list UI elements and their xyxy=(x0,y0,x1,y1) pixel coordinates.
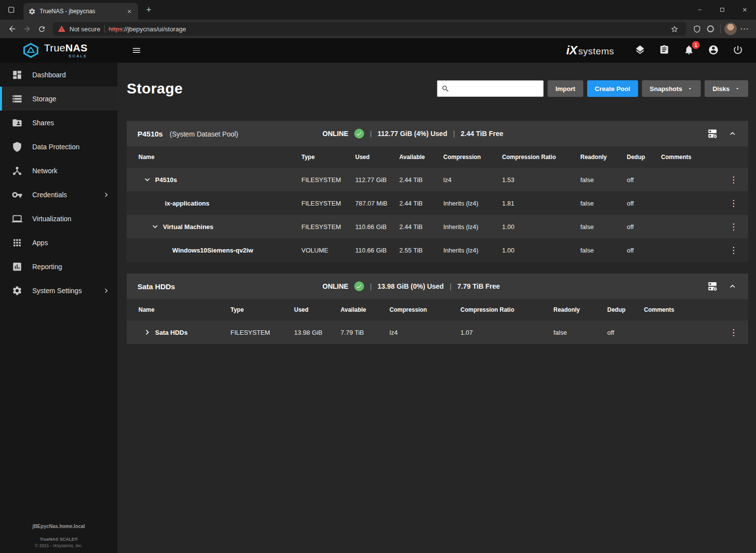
col-available: Available xyxy=(391,154,435,161)
sidebar-item-apps[interactable]: Apps xyxy=(0,230,117,254)
dataset-name: ix-applications xyxy=(165,200,209,207)
chevron-down-icon[interactable] xyxy=(141,174,153,185)
col-readonly: Readonly xyxy=(546,306,599,313)
snapshots-button[interactable]: Snapshots xyxy=(642,80,701,97)
dashboard-icon xyxy=(12,69,23,80)
pool-settings-icon[interactable] xyxy=(707,128,718,139)
dataset-ratio: 1.00 xyxy=(494,247,573,254)
browser-menu-icon[interactable]: ⋯ xyxy=(737,22,751,36)
avatar xyxy=(724,23,737,35)
dataset-used: 13.98 GiB xyxy=(286,329,333,336)
sidebar-item-label: Virtualization xyxy=(32,215,71,223)
back-icon[interactable] xyxy=(5,22,20,36)
ix-mark: iX xyxy=(566,44,577,57)
window-close-icon[interactable] xyxy=(733,0,756,20)
dataset-name: Virtual Machines xyxy=(163,223,213,230)
menu-hamburger-icon[interactable] xyxy=(129,43,144,58)
dataset-compression: Inherits (lz4) xyxy=(435,200,494,207)
import-button[interactable]: Import xyxy=(548,80,583,97)
window-maximize-icon[interactable] xyxy=(711,0,733,20)
search-input[interactable] xyxy=(453,85,539,92)
pool-subtitle: (System Dataset Pool) xyxy=(170,130,238,138)
dataset-type: FILESYSTEM xyxy=(294,176,347,184)
gear-icon xyxy=(12,285,23,296)
sidebar-item-reporting[interactable]: Reporting xyxy=(0,254,117,278)
col-comments: Comments xyxy=(636,306,719,313)
new-tab-button[interactable]: + xyxy=(142,3,156,17)
hostname: jBEpycNas.home.local xyxy=(0,524,117,529)
pool-status: ONLINE | 112.77 GiB (4%) Used | 2.44 TiB… xyxy=(322,129,503,138)
separator: | xyxy=(370,282,372,290)
pool-status-label: ONLINE xyxy=(322,130,348,138)
row-menu-kebab-icon[interactable]: ⋮ xyxy=(727,196,740,210)
chevron-down-icon[interactable] xyxy=(149,221,161,232)
dataset-ratio: 1.07 xyxy=(453,329,546,336)
disks-button[interactable]: Disks xyxy=(705,80,748,97)
row-menu-kebab-icon[interactable]: ⋮ xyxy=(727,173,740,186)
omnibox-divider xyxy=(104,25,105,33)
sidebar-item-shares[interactable]: Shares xyxy=(0,111,117,135)
browser-tab-strip: TrueNAS - jbepycnas + xyxy=(0,0,756,20)
dataset-compression: Inherits (lz4) xyxy=(435,247,494,254)
pool-settings-icon[interactable] xyxy=(707,281,718,292)
tab-close-icon[interactable] xyxy=(124,6,134,16)
table-row: Sata HDDs FILESYSTEM 13.98 GiB 7.79 TiB … xyxy=(127,321,748,344)
product-name: TrueNAS SCALE® xyxy=(0,537,117,542)
sidebar-item-data-protection[interactable]: Data Protection xyxy=(0,135,117,159)
collapse-chevron-up-icon[interactable] xyxy=(728,281,737,291)
profile-avatar[interactable] xyxy=(724,22,737,36)
tracking-shield-icon[interactable] xyxy=(690,22,704,36)
table-row: Virtual Machines FILESYSTEM 110.66 GiB 2… xyxy=(127,215,748,238)
account-icon[interactable] xyxy=(708,45,720,56)
dataset-available: 2.44 TiB xyxy=(391,176,435,184)
truenas-wordmark: TrueNAS SCALE xyxy=(44,43,88,58)
tab-actions-icon[interactable] xyxy=(4,3,19,17)
address-bar[interactable]: Not secure https://jbepycnas/ui/storage xyxy=(53,22,686,36)
bar-chart-icon xyxy=(12,261,23,272)
favorite-star-icon[interactable] xyxy=(667,22,681,36)
row-menu-kebab-icon[interactable]: ⋮ xyxy=(727,220,740,233)
dataset-used: 110.66 GiB xyxy=(347,223,391,230)
col-available: Available xyxy=(333,306,382,313)
sidebar-item-label: Credentials xyxy=(32,191,67,199)
chevron-right-icon[interactable] xyxy=(141,326,153,338)
chevron-right-icon xyxy=(102,286,111,295)
network-hub-icon xyxy=(12,165,23,176)
extension-ring-icon[interactable] xyxy=(704,22,717,36)
col-compression: Compression xyxy=(435,154,494,161)
dataset-available: 2.44 TiB xyxy=(391,200,435,207)
brand-nas: NAS xyxy=(66,42,88,53)
jobs-clipboard-icon[interactable] xyxy=(659,45,671,56)
dataset-name: P4510s xyxy=(155,176,177,184)
power-icon[interactable] xyxy=(733,45,744,56)
window-controls xyxy=(688,0,756,20)
dataset-dedup: off xyxy=(619,223,653,230)
collapse-chevron-up-icon[interactable] xyxy=(728,129,737,138)
app-header: TrueNAS SCALE iX systems 1 xyxy=(0,38,756,63)
create-pool-button[interactable]: Create Pool xyxy=(587,80,638,97)
shares-folder-icon xyxy=(12,117,23,128)
refresh-icon[interactable] xyxy=(34,22,49,36)
notifications-bell-icon[interactable]: 1 xyxy=(684,45,695,56)
dataset-compression: Inherits (lz4) xyxy=(435,223,494,230)
truecommand-layers-icon[interactable] xyxy=(635,45,646,56)
browser-tab[interactable]: TrueNAS - jbepycnas xyxy=(23,3,138,20)
window-minimize-icon[interactable] xyxy=(688,0,711,20)
sidebar-item-credentials[interactable]: Credentials xyxy=(0,183,117,207)
col-compression-ratio: Compression Ratio xyxy=(494,154,573,161)
pool-card-header: P4510s (System Dataset Pool) ONLINE | 11… xyxy=(127,121,748,146)
col-dedup: Dedup xyxy=(619,154,653,161)
sidebar-item-dashboard[interactable]: Dashboard xyxy=(0,63,117,87)
row-menu-kebab-icon[interactable]: ⋮ xyxy=(727,243,740,257)
forward-icon[interactable] xyxy=(20,22,34,36)
sidebar-item-storage[interactable]: Storage xyxy=(0,87,117,111)
row-menu-kebab-icon[interactable]: ⋮ xyxy=(727,325,740,339)
dataset-used: 110.66 GiB xyxy=(347,247,391,254)
sidebar-item-network[interactable]: Network xyxy=(0,159,117,183)
dataset-used: 787.07 MiB xyxy=(347,200,391,207)
truenas-logo: TrueNAS SCALE xyxy=(0,43,117,58)
sidebar-item-virtualization[interactable]: Virtualization xyxy=(0,207,117,230)
sidebar-item-system-settings[interactable]: System Settings xyxy=(0,278,117,302)
toolbar-divider xyxy=(720,24,721,33)
brand-true: True xyxy=(44,42,66,53)
